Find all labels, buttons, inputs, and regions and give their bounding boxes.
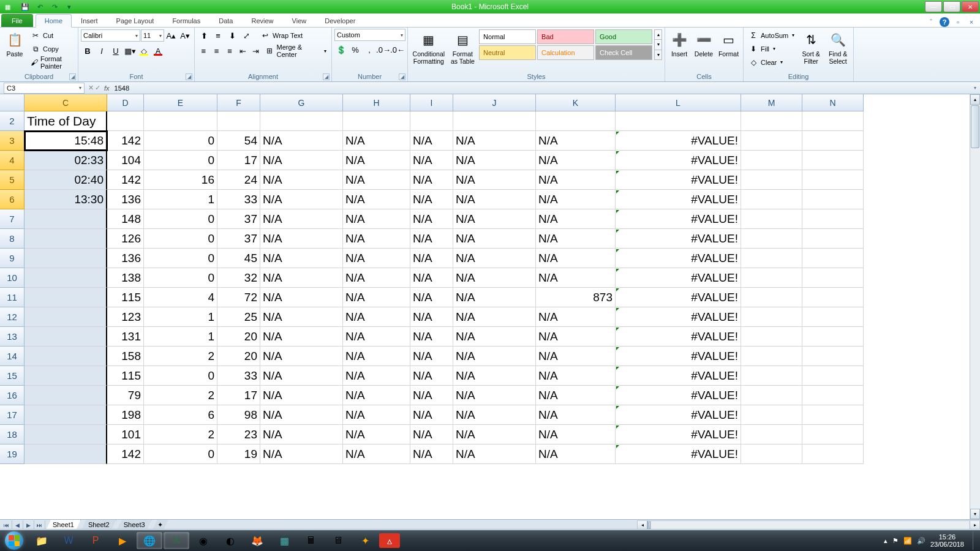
autosum-button[interactable]: ΣAutoSum▾	[746, 29, 797, 42]
cell-F5[interactable]: 24	[217, 170, 260, 190]
row-header-19[interactable]: 19	[0, 444, 24, 464]
cell-E3[interactable]: 0	[144, 131, 217, 151]
cell-I6[interactable]: N/A	[410, 190, 453, 209]
cell-D4[interactable]: 104	[107, 151, 144, 170]
font-dialog-launcher[interactable]: ◢	[186, 73, 192, 80]
col-header-E[interactable]: E	[144, 94, 217, 111]
cell-K8[interactable]: N/A	[536, 229, 616, 249]
row-header-5[interactable]: 5	[0, 170, 24, 190]
name-box[interactable]: C3▾	[4, 83, 85, 94]
font-size-dropdown[interactable]: 11▾	[141, 29, 164, 42]
cell-C6[interactable]: 13:30	[24, 190, 107, 209]
maximize-button[interactable]: ▭	[943, 1, 960, 12]
cell-E4[interactable]: 0	[144, 151, 217, 170]
cell-I3[interactable]: N/A	[410, 131, 453, 151]
cell-J16[interactable]: N/A	[453, 386, 536, 405]
cell-J10[interactable]: N/A	[453, 268, 536, 288]
cell-H16[interactable]: N/A	[343, 386, 410, 405]
increase-decimal-icon[interactable]: .0→	[377, 43, 390, 56]
close-button[interactable]: ✕	[962, 1, 979, 12]
cell-M5[interactable]	[741, 170, 802, 190]
comma-format-icon[interactable]: ,	[363, 43, 376, 56]
align-bottom-icon[interactable]: ⬇	[225, 29, 239, 42]
cell-F2[interactable]	[217, 111, 260, 131]
cell-E19[interactable]: 0	[144, 444, 217, 464]
cell-N11[interactable]	[802, 288, 864, 307]
cell-E9[interactable]: 0	[144, 249, 217, 268]
italic-button[interactable]: I	[95, 44, 108, 58]
tray-network-icon[interactable]: 📶	[903, 537, 912, 545]
cell-G2[interactable]	[260, 111, 343, 131]
cell-H14[interactable]: N/A	[343, 347, 410, 366]
cell-M9[interactable]	[741, 249, 802, 268]
cell-K10[interactable]: N/A	[536, 268, 616, 288]
increase-indent-icon[interactable]: ⇥	[250, 44, 262, 58]
cell-F8[interactable]: 37	[217, 229, 260, 249]
clipboard-dialog-launcher[interactable]: ◢	[69, 73, 76, 80]
col-header-L[interactable]: L	[616, 94, 741, 111]
cell-K15[interactable]: N/A	[536, 366, 616, 386]
cell-C10[interactable]	[24, 268, 107, 288]
row-header-4[interactable]: 4	[0, 151, 24, 170]
row-header-18[interactable]: 18	[0, 425, 24, 444]
show-desktop[interactable]	[973, 531, 978, 550]
cell-F16[interactable]: 17	[217, 386, 260, 405]
cell-I19[interactable]: N/A	[410, 444, 453, 464]
cell-M15[interactable]	[741, 366, 802, 386]
cell-E18[interactable]: 2	[144, 425, 217, 444]
window-close-icon[interactable]: ×	[967, 17, 976, 27]
tab-view[interactable]: View	[283, 14, 316, 27]
align-top-icon[interactable]: ⬆	[197, 29, 211, 42]
cell-L5[interactable]: #VALUE!	[616, 170, 741, 190]
cell-H15[interactable]: N/A	[343, 366, 410, 386]
col-header-H[interactable]: H	[343, 94, 410, 111]
start-button[interactable]	[0, 530, 28, 551]
cell-D18[interactable]: 101	[107, 425, 144, 444]
cell-I8[interactable]: N/A	[410, 229, 453, 249]
format-painter-button[interactable]: 🖌Format Painter	[28, 56, 75, 69]
cell-G15[interactable]: N/A	[260, 366, 343, 386]
cell-E15[interactable]: 0	[144, 366, 217, 386]
cell-I4[interactable]: N/A	[410, 151, 453, 170]
cell-L14[interactable]: #VALUE!	[616, 347, 741, 366]
row-header-14[interactable]: 14	[0, 347, 24, 366]
cell-J18[interactable]: N/A	[453, 425, 536, 444]
cell-J7[interactable]: N/A	[453, 209, 536, 229]
cell-H4[interactable]: N/A	[343, 151, 410, 170]
cell-H10[interactable]: N/A	[343, 268, 410, 288]
vertical-scrollbar[interactable]: ▴ ▾	[970, 94, 980, 519]
cell-E5[interactable]: 16	[144, 170, 217, 190]
format-as-table-button[interactable]: ▤Format as Table	[448, 29, 477, 66]
tab-developer[interactable]: Developer	[315, 14, 364, 27]
cell-M18[interactable]	[741, 425, 802, 444]
cell-J15[interactable]: N/A	[453, 366, 536, 386]
cell-F17[interactable]: 98	[217, 405, 260, 425]
col-header-J[interactable]: J	[453, 94, 536, 111]
cell-J3[interactable]: N/A	[453, 131, 536, 151]
cell-N13[interactable]	[802, 327, 864, 347]
sort-filter-button[interactable]: ⇅Sort & Filter	[798, 29, 824, 66]
cell-D17[interactable]: 198	[107, 405, 144, 425]
cell-C19[interactable]	[24, 444, 107, 464]
ribbon-minimize-icon[interactable]: ˆ	[926, 17, 936, 27]
cell-C9[interactable]	[24, 249, 107, 268]
decrease-font-icon[interactable]: A▾	[178, 29, 192, 42]
cell-I17[interactable]: N/A	[410, 405, 453, 425]
tab-page-layout[interactable]: Page Layout	[107, 14, 164, 27]
cell-J17[interactable]: N/A	[453, 405, 536, 425]
taskbar-app6[interactable]: ▵	[379, 533, 400, 548]
cell-H6[interactable]: N/A	[343, 190, 410, 209]
cell-K11[interactable]: 873	[536, 288, 616, 307]
cell-D6[interactable]: 136	[107, 190, 144, 209]
cell-H12[interactable]: N/A	[343, 307, 410, 327]
cell-F19[interactable]: 19	[217, 444, 260, 464]
col-header-G[interactable]: G	[260, 94, 343, 111]
cell-J19[interactable]: N/A	[453, 444, 536, 464]
cell-N6[interactable]	[802, 190, 864, 209]
border-button[interactable]: ▦▾	[123, 44, 137, 58]
taskbar-app1[interactable]: ◉	[190, 532, 216, 549]
cell-N14[interactable]	[802, 347, 864, 366]
percent-format-icon[interactable]: %	[349, 43, 362, 56]
tab-formulas[interactable]: Formulas	[163, 14, 209, 27]
cell-H3[interactable]: N/A	[343, 131, 410, 151]
